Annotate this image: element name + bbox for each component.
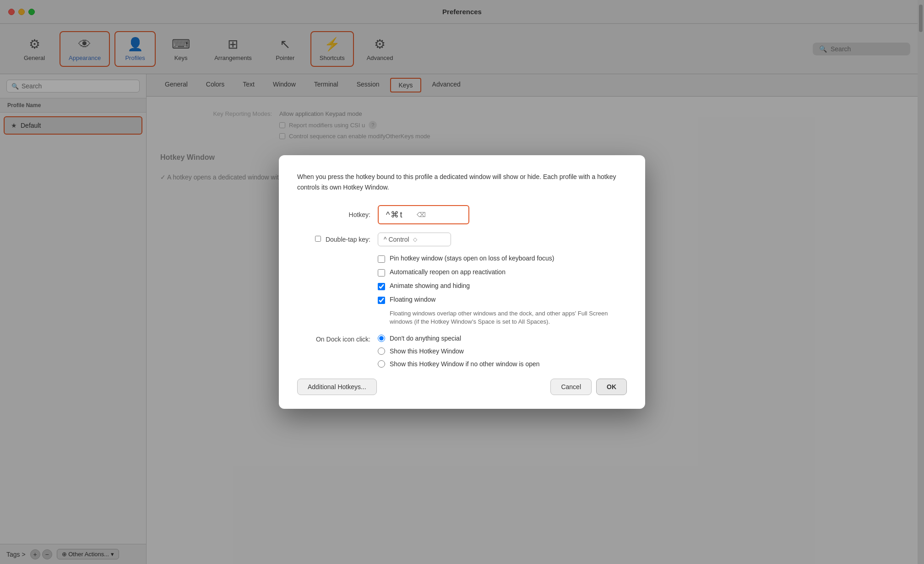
hotkey-clear-button[interactable]: ⌫ [417,211,426,218]
checkbox-pin: Pin hotkey window (stays open on loss of… [378,255,627,263]
hotkey-value: ^⌘t [386,210,403,220]
radio-show-if-no-other-label: Show this Hotkey Window if no other wind… [390,360,540,368]
radio-nothing-input[interactable] [378,335,385,342]
checkbox-floating: Floating window [378,296,627,304]
cancel-button[interactable]: Cancel [550,379,592,395]
ok-button[interactable]: OK [596,379,627,395]
floating-checkbox[interactable] [378,297,385,304]
hotkey-input[interactable]: ^⌘t ⌫ [378,205,469,224]
modal-overlay: When you press the hotkey bound to this … [0,0,924,564]
floating-description: Floating windows overlap other windows a… [390,309,627,326]
dock-icon-label: On Dock icon click: [297,335,370,343]
radio-show-hotkey: Show this Hotkey Window [378,347,540,355]
double-tap-value: ^ Control [384,236,409,243]
animate-label: Animate showing and hiding [390,282,470,289]
radio-nothing: Don't do anything special [378,335,540,342]
animate-checkbox[interactable] [378,283,385,290]
double-tap-label-text: Double-tap key: [326,236,370,243]
double-tap-checkbox[interactable] [315,236,321,242]
checkbox-animate: Animate showing and hiding [378,282,627,290]
dock-icon-section: On Dock icon click: Don't do anything sp… [297,335,627,368]
double-tap-row: Double-tap key: ^ Control ◇ [297,233,627,246]
pin-checkbox[interactable] [378,255,385,263]
radio-nothing-label: Don't do anything special [390,335,461,342]
double-tap-arrow-icon: ◇ [413,236,417,243]
double-tap-dropdown[interactable]: ^ Control ◇ [378,233,451,246]
additional-hotkeys-button[interactable]: Additional Hotkeys... [297,379,377,395]
reopen-checkbox[interactable] [378,269,385,277]
hotkey-row: Hotkey: ^⌘t ⌫ [297,205,627,224]
checkbox-reopen: Automatically reopen on app reactivation [378,268,627,277]
floating-label: Floating window [390,296,435,303]
modal-radios: Don't do anything special Show this Hotk… [378,335,540,368]
hotkey-label: Hotkey: [297,211,370,218]
modal-dialog: When you press the hotkey bound to this … [279,155,645,408]
radio-show-if-no-other: Show this Hotkey Window if no other wind… [378,360,540,368]
reopen-label: Automatically reopen on app reactivation [390,268,505,276]
modal-buttons: Additional Hotkeys... Cancel OK [297,379,627,395]
radio-show-if-no-other-input[interactable] [378,360,385,368]
radio-show-hotkey-input[interactable] [378,347,385,355]
radio-show-hotkey-label: Show this Hotkey Window [390,347,464,355]
modal-checkboxes: Pin hotkey window (stays open on loss of… [378,255,627,326]
pin-label: Pin hotkey window (stays open on loss of… [390,255,554,262]
modal-description: When you press the hotkey bound to this … [297,172,627,192]
modal-ok-cancel-group: Cancel OK [550,379,627,395]
double-tap-label: Double-tap key: [297,236,370,243]
